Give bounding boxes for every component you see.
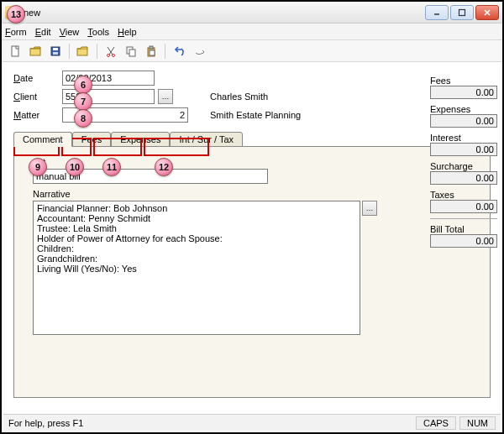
undo-icon[interactable]	[171, 43, 187, 60]
comment-panel: ent Narrative Financial Planner: Bob Joh…	[13, 146, 491, 398]
save-icon[interactable]	[47, 43, 64, 60]
svg-point-13	[113, 54, 115, 56]
copy-icon[interactable]	[123, 43, 139, 60]
narrative-label: Narrative	[33, 189, 481, 199]
paste-icon[interactable]	[143, 43, 160, 60]
expenses-total-label: Expenses	[430, 104, 497, 114]
comment-field[interactable]	[33, 169, 268, 184]
close-button[interactable]	[475, 5, 499, 20]
open-folder-icon[interactable]	[27, 43, 44, 60]
narrative-textarea[interactable]: Financial Planner: Bob Johnson Accountan…	[33, 201, 360, 335]
tab-fees[interactable]: Fees	[72, 132, 111, 147]
tab-intsurtax[interactable]: Int / Sur / Tax	[170, 132, 243, 147]
client-lookup-button[interactable]: …	[158, 89, 173, 104]
expenses-total: 0.00	[430, 114, 497, 128]
svg-rect-7	[53, 48, 58, 50]
svg-rect-4	[12, 46, 18, 56]
client-area: Date Client … Charles Smith Matter Smith…	[10, 64, 494, 410]
fees-total-label: Fees	[430, 76, 497, 86]
menu-bar: Form Edit View Tools Help	[2, 24, 502, 40]
svg-rect-18	[150, 50, 155, 55]
client-field[interactable]	[62, 89, 155, 104]
date-label: Date	[13, 73, 55, 83]
maximize-button[interactable]	[450, 5, 474, 20]
svg-rect-17	[150, 46, 153, 49]
tabs: Comment Fees Expenses Int / Sur / Tax	[13, 131, 494, 146]
surcharge-total: 0.00	[430, 171, 497, 185]
toolbar-separator	[69, 44, 70, 59]
title-bar: new	[2, 2, 502, 24]
menu-tools[interactable]: Tools	[87, 27, 109, 37]
app-icon	[5, 6, 18, 19]
svg-rect-15	[129, 50, 135, 56]
billtotal-label: Bill Total	[430, 224, 497, 234]
menu-edit[interactable]: Edit	[35, 27, 51, 37]
interest-total-label: Interest	[430, 133, 497, 143]
toolbar	[2, 40, 502, 62]
status-bar: For help, press F1 CAPS NUM	[3, 414, 501, 431]
folder-nav-icon[interactable]	[75, 43, 92, 60]
surcharge-total-label: Surcharge	[430, 161, 497, 171]
tab-expenses[interactable]: Expenses	[111, 132, 170, 147]
svg-point-12	[108, 54, 110, 56]
status-caps: CAPS	[416, 416, 456, 430]
svg-rect-1	[459, 9, 465, 15]
svg-rect-9	[77, 49, 87, 55]
billtotal-value: 0.00	[430, 234, 497, 248]
toolbar-separator	[165, 44, 165, 59]
status-help: For help, press F1	[8, 418, 83, 428]
tab-comment[interactable]: Comment	[13, 132, 72, 147]
matter-field[interactable]	[62, 107, 188, 123]
interest-total: 0.00	[430, 143, 497, 156]
toolbar-separator	[97, 44, 97, 59]
taxes-total-label: Taxes	[430, 190, 497, 200]
date-field[interactable]	[62, 71, 155, 86]
menu-form[interactable]: Form	[5, 27, 27, 37]
window-title: new	[24, 8, 425, 18]
new-file-icon[interactable]	[7, 43, 24, 60]
menu-view[interactable]: View	[60, 27, 80, 37]
status-num: NUM	[459, 416, 496, 430]
narrative-expand-button[interactable]: …	[362, 201, 377, 216]
header-form: Date Client … Charles Smith Matter Smith…	[13, 71, 491, 123]
taxes-total: 0.00	[430, 200, 497, 213]
minimize-button[interactable]	[425, 5, 449, 20]
svg-rect-5	[30, 49, 40, 55]
comment-field-partial-label: ent	[33, 157, 481, 167]
svg-rect-8	[53, 52, 58, 55]
redo-icon[interactable]	[191, 43, 207, 60]
totals-sidebar: Fees 0.00 Expenses 0.00 Interest 0.00 Su…	[430, 76, 497, 253]
matter-label: Matter	[13, 110, 55, 120]
cut-icon[interactable]	[102, 43, 119, 60]
client-label: Client	[13, 92, 55, 102]
menu-help[interactable]: Help	[118, 27, 137, 37]
fees-total: 0.00	[430, 86, 497, 99]
